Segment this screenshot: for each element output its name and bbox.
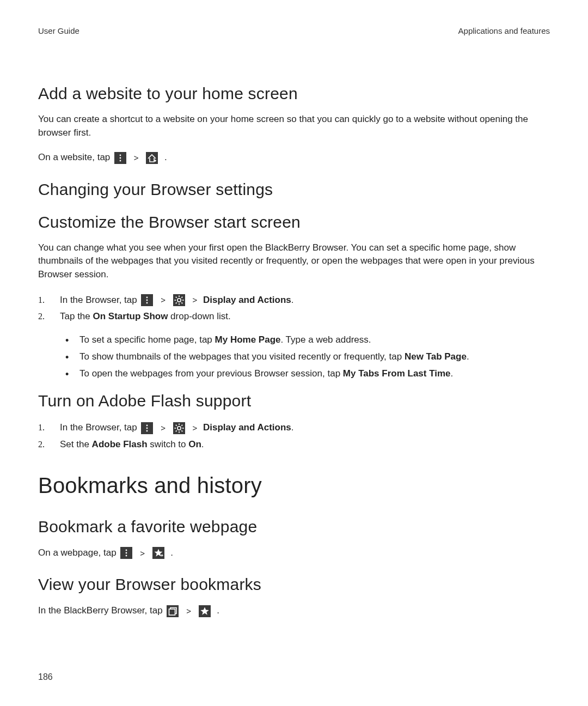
text: .: [291, 422, 294, 433]
step-1: 1. In the Browser, tap > > Display and A…: [38, 420, 550, 436]
heading-changing-settings: Changing your Browser settings: [38, 180, 550, 199]
svg-line-26: [176, 430, 177, 431]
separator-icon: >: [134, 153, 139, 162]
heading-flash: Turn on Adobe Flash support: [38, 392, 550, 410]
heading-bookmarks-history: Bookmarks and history: [38, 473, 550, 498]
text: In the BlackBerry Browser, tap: [38, 605, 165, 616]
add-bookmark-star-icon: [152, 547, 164, 559]
separator-icon: >: [192, 295, 197, 305]
heading-customize-start: Customize the Browser start screen: [38, 213, 550, 232]
text: switch to: [148, 439, 189, 449]
bookmark-star-icon: [199, 605, 211, 617]
text: Tap the: [60, 311, 93, 321]
more-icon: [141, 294, 153, 306]
step-2: 2. Set the Adobe Flash switch to On.: [38, 437, 550, 453]
page-header: User Guide Applications and features: [38, 26, 550, 35]
step-number: 1.: [38, 420, 45, 435]
svg-line-23: [176, 424, 177, 425]
text: To set a specific home page, tap: [79, 334, 215, 345]
step-number: 1.: [38, 293, 45, 307]
svg-point-0: [120, 154, 121, 156]
separator-icon: >: [161, 295, 166, 305]
settings-gear-icon: [173, 294, 185, 306]
more-icon: [120, 547, 132, 559]
settings-gear-icon: [173, 422, 185, 434]
more-icon: [114, 152, 126, 164]
svg-point-5: [146, 302, 148, 304]
separator-icon: >: [186, 606, 191, 616]
svg-line-25: [181, 424, 182, 425]
text: .: [164, 152, 167, 162]
text-bold: Display and Actions: [203, 295, 291, 305]
tabs-icon: [167, 605, 179, 617]
instr-view-bookmarks: In the BlackBerry Browser, tap > .: [38, 604, 550, 618]
svg-point-18: [177, 426, 181, 429]
svg-point-4: [146, 300, 148, 301]
text: .: [291, 295, 294, 305]
more-icon: [141, 422, 153, 434]
text: drop-down list.: [168, 311, 230, 321]
text: In the Browser, tap: [60, 422, 139, 433]
svg-point-17: [146, 430, 148, 431]
header-right: Applications and features: [458, 26, 550, 35]
svg-line-14: [176, 302, 177, 303]
separator-icon: >: [192, 423, 197, 433]
svg-point-16: [146, 427, 148, 429]
text-bold: New Tab Page: [405, 351, 467, 362]
step-number: 2.: [38, 309, 45, 324]
text-bold: My Tabs From Last Time: [343, 368, 451, 379]
step-number: 2.: [38, 437, 45, 452]
list-item: To set a specific home page, tap My Home…: [38, 332, 550, 348]
page-number: 186: [38, 672, 53, 682]
svg-point-6: [177, 299, 181, 302]
svg-point-28: [126, 552, 127, 554]
list-item: To open the webpages from your previous …: [38, 366, 550, 382]
separator-icon: >: [140, 549, 145, 558]
svg-line-24: [181, 430, 182, 431]
heading-bookmark-favorite: Bookmark a favorite webpage: [38, 518, 550, 536]
text-bold: On: [188, 439, 201, 449]
header-left: User Guide: [38, 26, 79, 35]
text-bold: Adobe Flash: [92, 439, 148, 449]
text: .: [217, 605, 219, 616]
heading-view-bookmarks: View your Browser bookmarks: [38, 575, 550, 594]
svg-line-11: [176, 297, 177, 298]
text: On a webpage, tap: [38, 547, 119, 558]
text: On a website, tap: [38, 152, 113, 162]
heading-add-website: Add a website to your home screen: [38, 84, 550, 103]
steps-customize: 1. In the Browser, tap > > Display and A…: [38, 293, 550, 325]
svg-point-15: [146, 424, 148, 426]
step-2: 2. Tap the On Startup Show drop-down lis…: [38, 309, 550, 325]
add-to-home-icon: [146, 152, 158, 164]
svg-rect-30: [169, 609, 175, 615]
text-bold: On Startup Show: [93, 311, 168, 321]
text: . Type a web address.: [280, 334, 371, 345]
svg-point-29: [126, 555, 127, 557]
step-1: 1. In the Browser, tap > > Display and A…: [38, 293, 550, 308]
text-bold: Display and Actions: [203, 422, 291, 433]
instr-add-website: On a website, tap > .: [38, 150, 550, 165]
svg-point-3: [146, 297, 148, 299]
text-bold: My Home Page: [215, 334, 281, 345]
text: .: [201, 439, 204, 449]
list-item: To show thumbnails of the webpages that …: [38, 349, 550, 365]
steps-flash: 1. In the Browser, tap > > Display and A…: [38, 420, 550, 453]
svg-line-12: [181, 302, 182, 303]
text: .: [451, 368, 454, 379]
instr-bookmark-favorite: On a webpage, tap > .: [38, 546, 550, 560]
text: .: [170, 547, 173, 558]
text: Set the: [60, 439, 92, 449]
svg-point-2: [120, 160, 121, 161]
separator-icon: >: [161, 423, 166, 433]
text: .: [467, 351, 469, 362]
para-customize-start: You can change what you see when your fi…: [38, 241, 550, 282]
svg-point-27: [126, 550, 127, 551]
svg-point-1: [120, 157, 121, 159]
svg-line-13: [181, 297, 182, 298]
bullets-customize: To set a specific home page, tap My Home…: [38, 332, 550, 382]
text: To open the webpages from your previous …: [79, 368, 343, 379]
text: To show thumbnails of the webpages that …: [79, 351, 405, 362]
text: In the Browser, tap: [60, 295, 139, 305]
para-add-website: You can create a shortcut to a website o…: [38, 113, 550, 139]
